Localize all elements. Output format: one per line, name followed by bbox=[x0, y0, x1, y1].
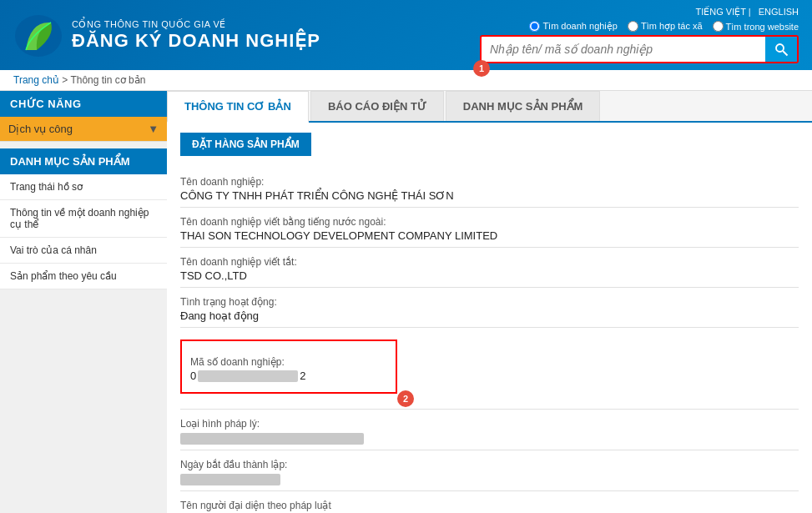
masodoanhnghiep-blurred bbox=[198, 370, 298, 382]
content-area: THÔNG TIN CƠ BẢN BÁO CÁO ĐIỆN TỬ DANH MỤ… bbox=[167, 91, 812, 513]
value-tentatten: TSD CO.,LTD bbox=[180, 269, 799, 282]
tab-baocaodientu[interactable]: BÁO CÁO ĐIỆN TỬ bbox=[310, 91, 444, 121]
header: CỔNG THÔNG TIN QUỐC GIA VỀ ĐĂNG KÝ DOANH… bbox=[0, 0, 812, 70]
sidebar-danhmuc-title: DANH MỤC SẢN PHẨM bbox=[0, 148, 167, 174]
label-masodoanhnghiep: Mã số doanh nghiệp: bbox=[190, 356, 387, 368]
badge-2: 2 bbox=[397, 390, 414, 407]
svg-line-2 bbox=[783, 51, 787, 55]
sidebar-item-vaitro[interactable]: Vai trò của cá nhân bbox=[0, 238, 167, 264]
radio-website[interactable]: Tìm trong website bbox=[713, 21, 799, 32]
search-button[interactable] bbox=[765, 37, 797, 62]
search-input[interactable] bbox=[482, 38, 765, 61]
value-masodoanhnghiep: 0 2 bbox=[190, 370, 387, 382]
label-tinhtrang: Tình trạng hoạt động: bbox=[180, 296, 799, 308]
search-icon bbox=[774, 42, 789, 57]
value-ngaybatdau-blurred bbox=[180, 474, 280, 485]
value-loaihinhphaply-blurred bbox=[180, 433, 364, 445]
label-tentatten: Tên doanh nghiệp viết tắt: bbox=[180, 256, 799, 268]
order-button[interactable]: ĐẶT HÀNG SẢN PHẨM bbox=[180, 133, 311, 156]
tab-danhmucsanpham[interactable]: DANH MỤC SẢN PHẨM bbox=[446, 91, 601, 121]
lang-viet[interactable]: TIẾNG VIỆT bbox=[695, 7, 745, 17]
svg-point-1 bbox=[776, 44, 784, 52]
chevron-down-icon: ▼ bbox=[148, 123, 159, 135]
sidebar-item-sanpham[interactable]: Sản phẩm theo yêu cầu bbox=[0, 264, 167, 289]
label-tendoanhnghiep: Tên doanh nghiệp: bbox=[180, 176, 799, 188]
radio-hoptacxa[interactable]: Tìm hợp tác xã bbox=[628, 21, 703, 32]
sidebar-chucnang-title: CHỨC NĂNG bbox=[0, 91, 167, 117]
radio-doanhnghiep[interactable]: Tìm doanh nghiệp bbox=[529, 21, 618, 32]
label-loaihinhphaply: Loại hình pháp lý: bbox=[180, 418, 799, 430]
main-layout: CHỨC NĂNG Dịch vụ công ▼ DANH MỤC SẢN PH… bbox=[0, 91, 812, 513]
tabs: THÔNG TIN CƠ BẢN BÁO CÁO ĐIỆN TỬ DANH MỤ… bbox=[167, 91, 812, 123]
value-tennuocngoai: THAI SON TECHNOLOGY DEVELOPMENT COMPANY … bbox=[180, 229, 799, 242]
sidebar-item-thongtin[interactable]: Thông tin về một doanh nghiệp cụ thể bbox=[0, 200, 167, 238]
content-body: ĐẶT HÀNG SẢN PHẨM Tên doanh nghiệp: CÔNG… bbox=[167, 123, 812, 513]
breadcrumb-home[interactable]: Trang chủ bbox=[13, 74, 59, 86]
label-tennuocngoai: Tên doanh nghiệp viết bằng tiếng nước ng… bbox=[180, 216, 799, 228]
badge-1: 1 bbox=[473, 60, 490, 77]
search-box: 1 bbox=[480, 35, 799, 63]
logo-icon bbox=[13, 13, 63, 58]
search-radio-row: Tìm doanh nghiệp Tìm hợp tác xã Tìm tron… bbox=[529, 21, 799, 32]
header-title: ĐĂNG KÝ DOANH NGHIỆP bbox=[72, 30, 320, 52]
sidebar: CHỨC NĂNG Dịch vụ công ▼ DANH MỤC SẢN PH… bbox=[0, 91, 167, 513]
label-ngaybatdau: Ngày bắt đầu thành lập: bbox=[180, 459, 799, 470]
breadcrumb: Trang chủ > Thông tin cơ bản bbox=[0, 70, 812, 91]
logo-area: CỔNG THÔNG TIN QUỐC GIA VỀ ĐĂNG KÝ DOANH… bbox=[13, 13, 320, 58]
tab-thongtincoban[interactable]: THÔNG TIN CƠ BẢN bbox=[167, 91, 309, 123]
breadcrumb-current: Thông tin cơ bản bbox=[70, 74, 145, 86]
label-nguoidaidien: Tên người đại diện theo pháp luật bbox=[180, 500, 799, 511]
masodoanhnghiep-box: Mã số doanh nghiệp: 0 2 2 bbox=[180, 339, 397, 394]
masodoanhnghiep-container: Mã số doanh nghiệp: 0 2 2 bbox=[180, 333, 397, 400]
logo-text: CỔNG THÔNG TIN QUỐC GIA VỀ ĐĂNG KÝ DOANH… bbox=[72, 19, 320, 52]
value-tendoanhnghiep: CÔNG TY TNHH PHÁT TRIỂN CÔNG NGHỆ THÁI S… bbox=[180, 189, 799, 202]
search-area: TIẾNG VIỆT | ENGLISH Tìm doanh nghiệp Tì… bbox=[480, 7, 799, 63]
breadcrumb-separator: > bbox=[62, 74, 70, 86]
lang-switcher: TIẾNG VIỆT | ENGLISH bbox=[690, 7, 799, 18]
sidebar-dichvucong-label: Dịch vụ công bbox=[8, 123, 73, 135]
value-tinhtrang: Đang hoạt động bbox=[180, 309, 799, 322]
lang-english[interactable]: ENGLISH bbox=[759, 7, 799, 17]
header-subtitle: CỔNG THÔNG TIN QUỐC GIA VỀ bbox=[72, 19, 320, 30]
sidebar-item-trangthai[interactable]: Trang thái hồ sơ bbox=[0, 174, 167, 200]
sidebar-dichvucong-dropdown[interactable]: Dịch vụ công ▼ bbox=[0, 117, 167, 142]
